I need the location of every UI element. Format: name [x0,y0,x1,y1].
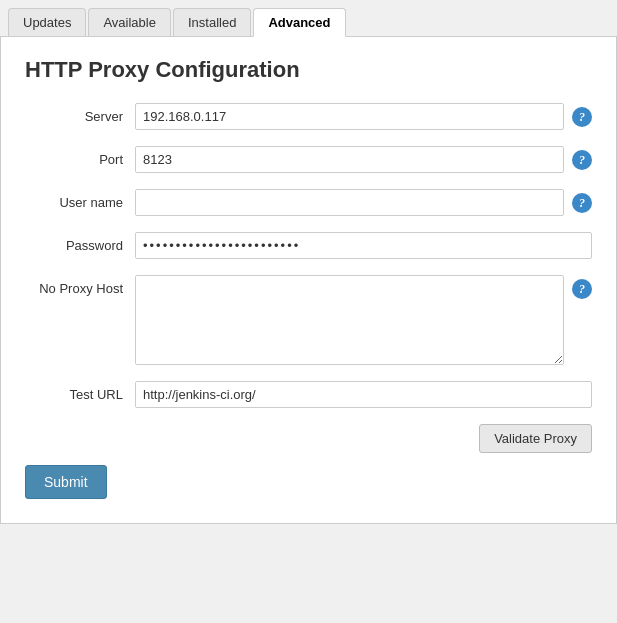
server-input-wrap: ? [135,103,592,130]
tab-updates[interactable]: Updates [8,8,86,36]
username-help-icon[interactable]: ? [572,193,592,213]
username-label: User name [25,189,135,210]
no-proxy-host-input-wrap: ? [135,275,592,365]
test-url-label: Test URL [25,381,135,402]
server-help-icon[interactable]: ? [572,107,592,127]
password-row: Password [25,232,592,259]
port-label: Port [25,146,135,167]
port-input[interactable] [135,146,564,173]
password-input-wrap [135,232,592,259]
tab-installed[interactable]: Installed [173,8,251,36]
server-input[interactable] [135,103,564,130]
main-window: Updates Available Installed Advanced HTT… [0,0,617,524]
validate-proxy-button[interactable]: Validate Proxy [479,424,592,453]
username-input[interactable] [135,189,564,216]
server-row: Server ? [25,103,592,130]
port-help-icon[interactable]: ? [572,150,592,170]
tab-available[interactable]: Available [88,8,171,36]
port-row: Port ? [25,146,592,173]
test-url-input-wrap [135,381,592,408]
no-proxy-host-input[interactable] [135,275,564,365]
no-proxy-host-row: No Proxy Host ? [25,275,592,365]
no-proxy-host-help-icon[interactable]: ? [572,279,592,299]
content-area: HTTP Proxy Configuration Server ? Port ?… [0,37,617,524]
port-input-wrap: ? [135,146,592,173]
tab-bar: Updates Available Installed Advanced [0,0,617,37]
page-title: HTTP Proxy Configuration [25,57,592,83]
tab-advanced[interactable]: Advanced [253,8,345,37]
no-proxy-host-label: No Proxy Host [25,275,135,296]
test-url-row: Test URL [25,381,592,408]
username-row: User name ? [25,189,592,216]
test-url-input[interactable] [135,381,592,408]
submit-button[interactable]: Submit [25,465,107,499]
password-input[interactable] [135,232,592,259]
password-label: Password [25,232,135,253]
validate-row: Validate Proxy [25,424,592,453]
server-label: Server [25,103,135,124]
submit-row: Submit [25,465,592,499]
username-input-wrap: ? [135,189,592,216]
